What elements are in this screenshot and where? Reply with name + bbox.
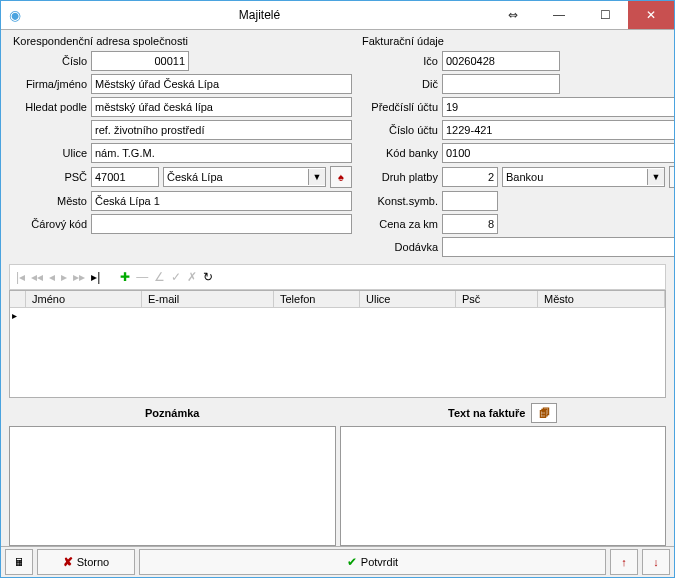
post-record-icon[interactable]: ✓ [171, 270, 181, 284]
cenakm-label: Cena za km [358, 218, 438, 230]
ico-label: Ičo [358, 55, 438, 67]
chevron-down-icon[interactable]: ▼ [308, 169, 325, 185]
bottom-bar: 🖩 ✘ Storno ✔ Potvrdit ↑ ↓ [1, 546, 674, 577]
left-group-title: Korespondenční adresa společnosti [13, 35, 352, 47]
firma-label: Firma/jméno [9, 78, 87, 90]
psc-city-input[interactable] [164, 170, 308, 184]
dic-input[interactable] [442, 74, 560, 94]
ico-input[interactable] [442, 51, 560, 71]
grid-body[interactable]: ▸ [10, 308, 665, 397]
druh-label: Druh platby [358, 171, 438, 183]
contacts-grid[interactable]: Jméno E-mail Telefon Ulice Psč Město ▸ [9, 290, 666, 398]
kodbanky-input[interactable] [442, 143, 674, 163]
arrow-down-icon: ↓ [653, 556, 659, 568]
right-column: Fakturační údaje Ičo Dič Předčíslí účtu … [358, 33, 674, 260]
predcisli-input[interactable] [442, 97, 674, 117]
konst-input[interactable] [442, 191, 498, 211]
arrow-up-icon: ↑ [621, 556, 627, 568]
grid-col-telefon[interactable]: Telefon [274, 291, 360, 307]
textfak-action-button[interactable]: 🗐 [531, 403, 557, 423]
grid-col-jmeno[interactable]: Jméno [26, 291, 142, 307]
ulice-label: Ulice [9, 147, 87, 159]
predcisli-label: Předčíslí účtu [358, 101, 438, 113]
chevron-down-icon[interactable]: ▼ [647, 169, 664, 185]
dodavka-label: Dodávka [358, 241, 438, 253]
nav-nextpage-icon[interactable]: ▸▸ [73, 270, 85, 284]
nav-prevpage-icon[interactable]: ◂◂ [31, 270, 43, 284]
konst-label: Konst.symb. [358, 195, 438, 207]
psc-action-button[interactable]: ♠ [330, 166, 352, 188]
druh-action-button[interactable]: ♠ [669, 166, 674, 188]
grid-col-ulice[interactable]: Ulice [360, 291, 456, 307]
cancel-icon: ✘ [63, 555, 73, 569]
hledat-input[interactable] [91, 97, 352, 117]
textfak-pane: Text na faktuře 🗐 [340, 402, 667, 546]
grid-col-mesto[interactable]: Město [538, 291, 665, 307]
potvrdit-button[interactable]: ✔ Potvrdit [139, 549, 606, 575]
druh-combo[interactable]: ▼ [502, 167, 665, 187]
nav-next-icon[interactable]: ▸ [61, 270, 67, 284]
grid-header: Jméno E-mail Telefon Ulice Psč Město [10, 291, 665, 308]
row-indicator-icon: ▸ [12, 310, 17, 321]
delete-record-icon[interactable]: — [136, 270, 148, 284]
maximize-button[interactable]: ☐ [582, 1, 628, 29]
titlebar: ◉ Majitelé ⇔ — ☐ ✕ [1, 1, 674, 30]
potvrdit-label: Potvrdit [361, 556, 398, 568]
owners-window: ◉ Majitelé ⇔ — ☐ ✕ Korespondenční adresa… [0, 0, 675, 578]
cenakm-input[interactable] [442, 214, 498, 234]
calculator-icon: 🖩 [14, 556, 25, 568]
dodavka-input[interactable] [442, 237, 674, 257]
nav-prev-icon[interactable]: ◂ [49, 270, 55, 284]
dic-label: Dič [358, 78, 438, 90]
psc-label: PSČ [9, 171, 87, 183]
close-button[interactable]: ✕ [628, 1, 674, 29]
firma-input[interactable] [91, 74, 352, 94]
left-column: Korespondenční adresa společnosti Číslo … [9, 33, 352, 260]
carovy-label: Čárový kód [9, 218, 87, 230]
cislo-label: Číslo [9, 55, 87, 67]
document-icon: 🗐 [539, 407, 550, 419]
storno-label: Storno [77, 556, 109, 568]
druh-num-input[interactable] [442, 167, 498, 187]
cislouctu-input[interactable] [442, 120, 674, 140]
cancel-record-icon[interactable]: ✗ [187, 270, 197, 284]
grid-col-psc[interactable]: Psč [456, 291, 538, 307]
cislo-input[interactable] [91, 51, 189, 71]
ref-input[interactable] [91, 120, 352, 140]
up-button[interactable]: ↑ [610, 549, 638, 575]
hledat-label: Hledat podle [9, 101, 87, 113]
kodbanky-label: Kód banky [358, 147, 438, 159]
system-buttons: ⇔ — ☐ ✕ [490, 1, 674, 29]
add-record-icon[interactable]: ✚ [120, 270, 130, 284]
down-button[interactable]: ↓ [642, 549, 670, 575]
confirm-icon: ✔ [347, 555, 357, 569]
grid-col-email[interactable]: E-mail [142, 291, 274, 307]
druh-text-input[interactable] [503, 170, 647, 184]
ulice-input[interactable] [91, 143, 352, 163]
edit-record-icon[interactable]: ∠ [154, 270, 165, 284]
poznamka-pane: Poznámka [9, 402, 336, 546]
textfak-textarea[interactable] [340, 426, 667, 546]
poznamka-label: Poznámka [145, 407, 199, 419]
window-title: Majitelé [29, 8, 490, 22]
textfak-label: Text na faktuře [448, 407, 525, 419]
mesto-label: Město [9, 195, 87, 207]
psc-city-combo[interactable]: ▼ [163, 167, 326, 187]
restore-button[interactable]: ⇔ [490, 1, 536, 29]
mesto-input[interactable] [91, 191, 352, 211]
app-icon: ◉ [1, 7, 29, 23]
nav-last-icon[interactable]: ▸| [91, 270, 100, 284]
carovy-input[interactable] [91, 214, 352, 234]
psc-input[interactable] [91, 167, 159, 187]
calc-button[interactable]: 🖩 [5, 549, 33, 575]
record-nav-toolbar: |◂ ◂◂ ◂ ▸ ▸▸ ▸| ✚ — ∠ ✓ ✗ ↻ [9, 264, 666, 290]
nav-first-icon[interactable]: |◂ [16, 270, 25, 284]
poznamka-textarea[interactable] [9, 426, 336, 546]
refresh-icon[interactable]: ↻ [203, 270, 213, 284]
minimize-button[interactable]: — [536, 1, 582, 29]
cislouctu-label: Číslo účtu [358, 124, 438, 136]
up-arrow-icon: ♠ [338, 171, 344, 183]
storno-button[interactable]: ✘ Storno [37, 549, 135, 575]
right-group-title: Fakturační údaje [362, 35, 674, 47]
